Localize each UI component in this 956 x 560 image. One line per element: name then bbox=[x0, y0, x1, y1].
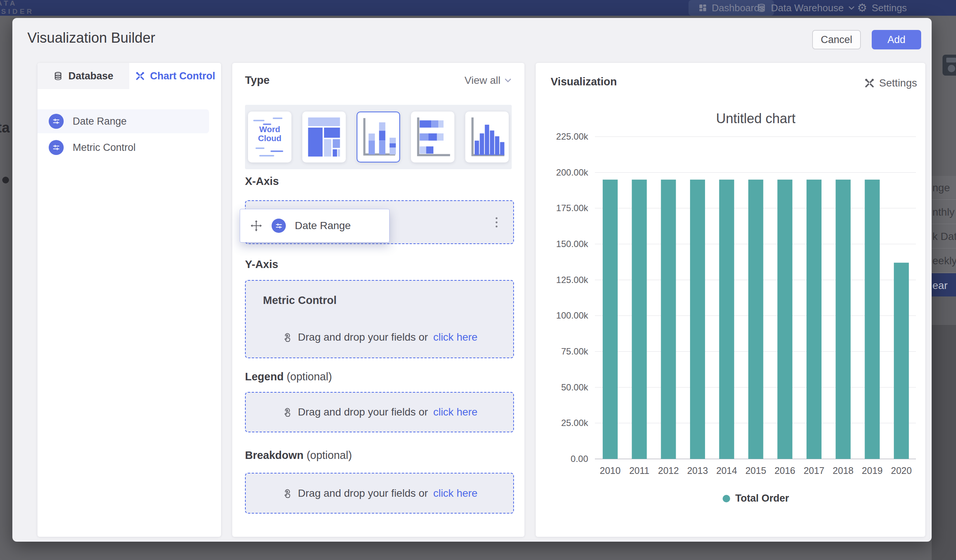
chart-type-word-cloud[interactable]: WordCloud bbox=[248, 111, 291, 162]
breakdown-dropzone[interactable]: Drag and drop your fields or click here bbox=[245, 473, 514, 514]
tab-database-label: Database bbox=[68, 71, 113, 82]
tab-chart-control-label: Chart Control bbox=[150, 71, 215, 82]
menu-item-fragment: nthly bbox=[932, 200, 956, 224]
svg-text:2015: 2015 bbox=[745, 465, 766, 476]
dropzone-hint-text: Drag and drop your fields or bbox=[298, 406, 428, 418]
dropzone-hint-text: Drag and drop your fields or bbox=[298, 487, 428, 499]
nav-settings-label: Settings bbox=[872, 2, 907, 14]
svg-text:100.00k: 100.00k bbox=[556, 310, 588, 320]
chart-legend: Total Order bbox=[596, 493, 916, 504]
control-icon bbox=[49, 114, 64, 129]
legend-dropzone[interactable]: Drag and drop your fields or click here bbox=[245, 392, 514, 432]
add-button[interactable]: Add bbox=[872, 30, 921, 49]
treemap-icon bbox=[302, 111, 346, 162]
svg-text:200.00k: 200.00k bbox=[556, 167, 588, 177]
nav-tab-settings[interactable]: ⚙ Settings bbox=[857, 0, 907, 16]
svg-text:75.00k: 75.00k bbox=[561, 346, 588, 356]
y-axis-section-label: Y-Axis bbox=[245, 258, 278, 271]
control-icon bbox=[272, 219, 286, 233]
tab-database[interactable]: Database bbox=[38, 63, 129, 89]
type-section-label: Type bbox=[245, 74, 270, 86]
svg-text:2017: 2017 bbox=[803, 465, 824, 476]
builder-panel: Type View all WordCloud bbox=[232, 63, 524, 537]
dropzone-click-here-link[interactable]: click here bbox=[433, 487, 477, 499]
view-all-dropdown[interactable]: View all bbox=[464, 74, 512, 86]
menu-item-fragment: eekly bbox=[932, 249, 956, 273]
nav-data-warehouse-label: Data Warehouse bbox=[771, 2, 844, 14]
gear-icon: ⚙ bbox=[857, 0, 867, 16]
bar-chart: 225.00k200.00k175.00k150.00k125.00k100.0… bbox=[536, 63, 925, 537]
background-dark-area bbox=[932, 325, 956, 560]
background-strip bbox=[932, 296, 956, 325]
chart-type-column[interactable] bbox=[465, 111, 509, 162]
field-item-label: Date Range bbox=[73, 116, 127, 127]
app-logo: DATA INSIDER bbox=[0, 0, 34, 16]
svg-text:2016: 2016 bbox=[774, 465, 795, 476]
dragged-field-date-range[interactable]: Date Range bbox=[240, 209, 390, 243]
legend-section-label: Legend (optional) bbox=[245, 370, 332, 383]
stacked-bar-icon bbox=[411, 111, 454, 162]
top-nav-bar: DATA INSIDER Dashboards Data Warehouse ⚙… bbox=[0, 0, 956, 16]
tab-chart-control[interactable]: Chart Control bbox=[129, 63, 221, 89]
move-icon bbox=[250, 220, 263, 232]
visualization-builder-modal: Visualization Builder Cancel Add Databas… bbox=[13, 18, 932, 542]
menu-item-fragment: k Date bbox=[932, 224, 956, 249]
svg-text:2014: 2014 bbox=[716, 465, 737, 476]
cut-off-text-fragment: ta bbox=[0, 120, 10, 136]
chart-type-stacked-bar[interactable] bbox=[411, 111, 454, 162]
svg-text:25.00k: 25.00k bbox=[561, 418, 588, 428]
chevron-down-icon bbox=[504, 78, 512, 83]
modal-title: Visualization Builder bbox=[27, 30, 156, 46]
menu-item-selected-fragment: ear bbox=[932, 273, 956, 298]
field-item-date-range[interactable]: Date Range bbox=[38, 109, 209, 133]
y-axis-dropzone[interactable]: Metric Control Drag and drop your fields… bbox=[245, 280, 514, 358]
field-item-label: Metric Control bbox=[73, 142, 135, 154]
x-axis-item-menu[interactable] bbox=[493, 215, 500, 229]
field-item-metric-control[interactable]: Metric Control bbox=[38, 135, 209, 160]
svg-text:2020: 2020 bbox=[891, 465, 912, 476]
svg-text:175.00k: 175.00k bbox=[556, 203, 588, 213]
chart-type-selector: WordCloud bbox=[245, 105, 512, 169]
chart-type-stacked-column-selected[interactable] bbox=[357, 111, 400, 162]
svg-text:50.00k: 50.00k bbox=[561, 382, 588, 392]
breakdown-section-label: Breakdown (optional) bbox=[245, 449, 352, 461]
control-icon bbox=[49, 140, 64, 155]
chevron-down-icon bbox=[848, 6, 855, 10]
background-right-fragments: nge nthly k Date eekly ear bbox=[932, 18, 956, 560]
visualization-panel: Visualization Settings Untitled chart 22… bbox=[536, 63, 925, 537]
tap-icon bbox=[281, 332, 292, 343]
nav-tab-data-warehouse[interactable]: Data Warehouse bbox=[757, 0, 855, 16]
save-icon bbox=[942, 55, 956, 75]
word-cloud-text-2: Cloud bbox=[258, 133, 281, 143]
database-icon bbox=[757, 3, 766, 13]
svg-text:0.00: 0.00 bbox=[571, 454, 588, 464]
svg-text:225.00k: 225.00k bbox=[556, 132, 588, 141]
dashboards-grid-icon bbox=[698, 3, 707, 13]
tools-icon bbox=[135, 71, 145, 81]
stacked-column-icon bbox=[357, 112, 399, 162]
dropzone-click-here-link[interactable]: click here bbox=[433, 331, 477, 343]
fields-panel-tabs: Database Chart Control bbox=[38, 63, 221, 89]
logo-line-1: DATA bbox=[0, 0, 34, 8]
word-cloud-text-1: Word bbox=[259, 125, 280, 134]
tap-icon bbox=[281, 488, 292, 499]
svg-text:2018: 2018 bbox=[833, 465, 854, 476]
dropzone-hint-text: Drag and drop your fields or bbox=[298, 331, 428, 343]
legend-series-label: Total Order bbox=[735, 493, 789, 504]
fields-panel: Database Chart Control Date Range Metric… bbox=[38, 63, 221, 537]
svg-text:2013: 2013 bbox=[687, 465, 708, 476]
x-axis-section-label: X-Axis bbox=[245, 175, 279, 188]
menu-item-fragment: nge bbox=[932, 176, 956, 200]
chart-type-treemap[interactable] bbox=[302, 111, 346, 162]
svg-text:2010: 2010 bbox=[600, 465, 621, 476]
column-chart-icon bbox=[465, 111, 509, 162]
legend-dot bbox=[723, 495, 730, 502]
svg-text:2011: 2011 bbox=[629, 465, 649, 476]
tap-icon bbox=[281, 406, 292, 418]
svg-text:150.00k: 150.00k bbox=[556, 239, 588, 249]
cancel-button[interactable]: Cancel bbox=[812, 30, 861, 49]
database-icon bbox=[53, 71, 63, 81]
logo-line-2: INSIDER bbox=[0, 8, 34, 16]
dropzone-click-here-link[interactable]: click here bbox=[433, 406, 477, 418]
bullet-dot bbox=[2, 177, 9, 184]
